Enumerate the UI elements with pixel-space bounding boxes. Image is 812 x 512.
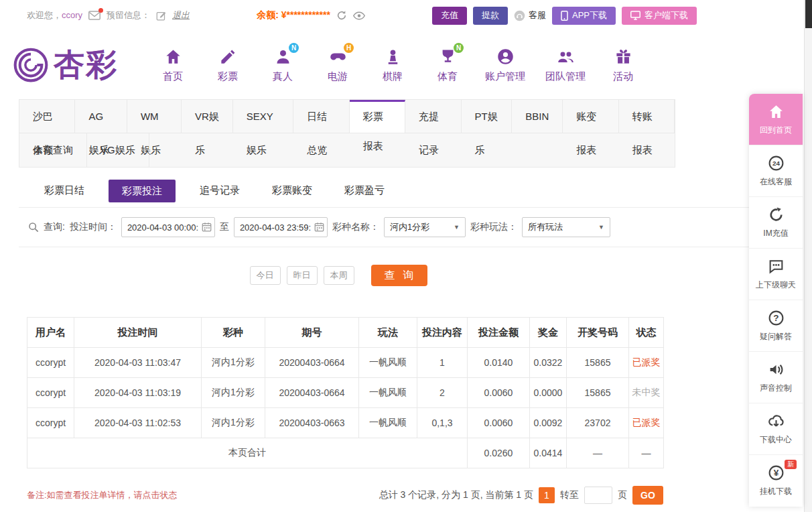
cell-username: ccorypt [27, 408, 74, 438]
side-item-yen-download[interactable]: ¥新挂机下载 [749, 455, 803, 507]
col-header-amount: 投注金额 [468, 318, 530, 348]
status-cell[interactable]: 已派奖 [629, 408, 664, 438]
col-header-play: 玩法 [359, 318, 417, 348]
end-time-input[interactable] [234, 217, 328, 237]
side-item-label: 声音控制 [760, 383, 792, 394]
nav-item-account[interactable]: 账户管理 [485, 48, 525, 83]
nav-item-lottery[interactable]: 彩票 [210, 48, 245, 83]
tab-转账报表[interactable]: 转账报表 [619, 100, 675, 133]
tab-日结总览[interactable]: 日结总览 [293, 100, 349, 133]
subtab-彩票盈亏[interactable]: 彩票盈亏 [328, 184, 401, 197]
app-download-button[interactable]: APP下载 [552, 7, 616, 25]
tab-彩票报表[interactable]: 彩票报表 [350, 100, 405, 133]
start-time-input[interactable] [121, 217, 215, 237]
side-item-label: 在线客服 [760, 176, 792, 188]
subtab-彩票投注[interactable]: 彩票投注 [109, 180, 176, 202]
svg-text:¥: ¥ [773, 468, 779, 478]
service-label: 客服 [529, 9, 546, 21]
client-download-button[interactable]: 客户端下载 [622, 7, 697, 25]
tab-余额查询[interactable]: 余额查询 [19, 133, 87, 167]
subtab-彩票日结[interactable]: 彩票日结 [28, 184, 100, 197]
quick-button-昨日[interactable]: 昨日 [287, 266, 318, 285]
logo-swirl-icon [12, 46, 50, 84]
summary-prize: 0.0414 [530, 438, 567, 468]
side-item-side-home[interactable]: 回到首页 [749, 94, 803, 145]
search-button[interactable]: 查 询 [371, 265, 427, 286]
side-item-chat[interactable]: 上下级聊天 [749, 249, 803, 300]
status-cell[interactable]: 已派奖 [629, 348, 664, 378]
play-type-select[interactable]: 所有玩法▼ [522, 217, 610, 237]
balance-text: 余额: ¥************ [257, 9, 330, 21]
nav-label: 账户管理 [485, 70, 525, 83]
subtab-追号记录[interactable]: 追号记录 [184, 184, 256, 197]
play-type-label: 彩种玩法： [470, 221, 517, 233]
nav-item-sports[interactable]: N体育 [430, 48, 465, 83]
withdraw-button[interactable]: 提款 [473, 7, 508, 25]
cell-username: ccorypt [27, 348, 74, 378]
tab-BBIN[interactable]: BBIN [512, 100, 563, 133]
quick-button-今日[interactable]: 今日 [250, 266, 281, 285]
goto-page-input[interactable] [584, 487, 612, 504]
cell-prize: 0.0000 [530, 378, 567, 408]
nav-label: 真人 [273, 70, 293, 83]
tab-账变报表[interactable]: 账变报表 [563, 100, 618, 133]
cell-issue: 20200403-0664 [265, 348, 359, 378]
go-button[interactable]: GO [632, 486, 663, 505]
tab-SEXY娱乐[interactable]: SEXY娱乐 [233, 100, 293, 133]
start-time-wrap [121, 217, 215, 237]
search-icon [28, 222, 39, 233]
side-item-label: 挂机下载 [760, 486, 792, 497]
side-item-question[interactable]: ?疑问解答 [749, 300, 803, 352]
subtab-彩票账变[interactable]: 彩票账变 [256, 184, 328, 197]
summary-bet-amount: 0.0260 [468, 438, 530, 468]
tab-VG娱乐[interactable]: VG娱乐 [87, 133, 149, 167]
status-cell[interactable]: 未中奖 [629, 378, 664, 408]
nav-item-activity[interactable]: 活动 [606, 48, 640, 83]
nav-item-chess[interactable]: 棋牌 [375, 48, 410, 83]
bet-time-label: 投注时间： [70, 221, 117, 233]
mail-icon[interactable] [88, 11, 100, 20]
nav-label: 棋牌 [383, 70, 403, 83]
eye-icon[interactable] [353, 11, 365, 20]
nav-item-live[interactable]: N真人 [265, 48, 300, 83]
col-header-prize: 奖金 [530, 318, 567, 348]
tab-AG娱乐[interactable]: AG娱乐 [75, 100, 127, 133]
side-item-cloud-download[interactable]: 下载中心 [749, 403, 803, 455]
side-item-sound[interactable]: 声音控制 [749, 352, 803, 403]
new-badge: 新 [785, 460, 797, 469]
scrollbar-track[interactable] [804, 0, 812, 512]
pagination-summary: 总计 3 个记录, 分为 1 页, 当前第 1 页 [379, 489, 533, 501]
nav-item-home[interactable]: 首页 [155, 48, 190, 83]
lottery-name-select[interactable]: 河内1分彩▼ [384, 217, 466, 237]
cell-lottery: 河内1分彩 [202, 378, 265, 408]
nav-item-egame[interactable]: H电游 [320, 48, 355, 83]
side-item-label: IM充值 [763, 228, 788, 239]
tab-充提记录[interactable]: 充提记录 [405, 100, 461, 133]
topbar-left: 欢迎您，ccory 预留信息： 退出 [27, 9, 190, 21]
quick-button-本周[interactable]: 本周 [324, 266, 354, 285]
logout-link[interactable]: 退出 [172, 9, 190, 21]
table-header-row: 用户名投注时间彩种期号玩法投注内容投注金额奖金开奖号码状态 [27, 318, 664, 348]
side-item-service-24h[interactable]: 24在线客服 [749, 145, 803, 197]
site-logo[interactable]: 杏彩 [12, 44, 118, 86]
refresh-icon[interactable] [336, 10, 347, 21]
nav-badge: N [289, 43, 299, 53]
nav-item-team[interactable]: 团队管理 [545, 48, 586, 83]
tab-沙巴体育[interactable]: 沙巴体育 [19, 100, 75, 133]
recharge-button[interactable]: 充值 [432, 7, 467, 25]
tab-VR娱乐[interactable]: VR娱乐 [182, 100, 233, 133]
customer-service-link[interactable]: 客服 [514, 9, 546, 21]
col-header-issue: 期号 [265, 318, 359, 348]
side-item-im-recharge[interactable]: IM充值 [749, 197, 803, 249]
edit-icon[interactable] [156, 11, 166, 21]
tab-WM娱乐[interactable]: WM娱乐 [127, 100, 182, 133]
activity-icon [614, 48, 632, 66]
scrollbar-thumb[interactable] [805, 0, 812, 28]
cell-bet-time: 2020-04-03 11:03:47 [74, 348, 202, 378]
current-page-badge[interactable]: 1 [539, 487, 555, 503]
lottery-name-label: 彩种名称： [332, 221, 379, 233]
calendar-icon [314, 222, 324, 232]
cell-play: 一帆风顺 [359, 408, 417, 438]
team-icon [557, 48, 575, 66]
tab-PT娱乐[interactable]: PT娱乐 [462, 100, 513, 133]
